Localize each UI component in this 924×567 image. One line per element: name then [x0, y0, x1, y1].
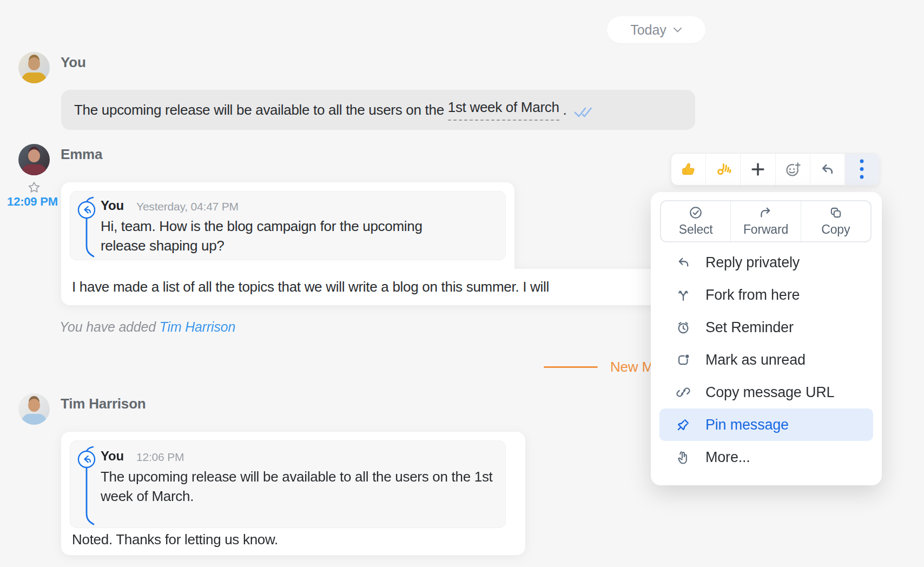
- avatar[interactable]: [18, 52, 50, 83]
- reply-button[interactable]: [810, 154, 845, 185]
- reply-quote-icon: [76, 196, 97, 258]
- menu-item-label: Copy message URL: [705, 384, 834, 401]
- avatar-silhouette: [28, 57, 40, 70]
- message-context-menu: Select Forward Copy Reply privatel: [651, 192, 882, 485]
- avatar-silhouette: [22, 164, 47, 175]
- system-message: You have added Tim Harrison: [60, 319, 235, 335]
- menu-item-label: More...: [705, 449, 750, 466]
- read-receipt-double-check-icon: [574, 106, 593, 118]
- context-menu-quick-actions: Select Forward Copy: [660, 200, 872, 242]
- reply-quote-icon: [76, 445, 97, 525]
- message-bubble-you[interactable]: The upcoming release will be available t…: [61, 90, 695, 130]
- forward-arrow-icon: [758, 206, 773, 220]
- new-messages-divider-line: [544, 366, 598, 368]
- message-timestamp: 12:09 PM: [2, 195, 63, 209]
- quote-timestamp: Yesterday, 04:47 PM: [136, 200, 239, 213]
- menu-item-set-reminder[interactable]: Set Reminder: [659, 311, 873, 344]
- message-text: .: [559, 102, 567, 118]
- more-vertical-dots-icon: [859, 159, 864, 180]
- menu-item-label: Set Reminder: [705, 319, 794, 336]
- context-menu-items: Reply privately Fork from here: [651, 246, 882, 473]
- quote-text: The upcoming release will be available t…: [101, 467, 509, 506]
- menu-item-label: Fork from here: [705, 287, 800, 304]
- menu-item-more[interactable]: More...: [659, 441, 873, 473]
- date-divider-today[interactable]: Today: [607, 16, 705, 43]
- avatar[interactable]: [18, 393, 50, 425]
- avatar-silhouette: [22, 414, 47, 425]
- copy-squares-icon: [829, 206, 843, 220]
- avatar-silhouette: [28, 399, 40, 412]
- message-text: The upcoming release will be available t…: [74, 102, 448, 118]
- system-message-user-link[interactable]: Tim Harrison: [160, 319, 235, 334]
- reply-arrow-icon: [819, 161, 835, 177]
- link-icon: [676, 385, 691, 400]
- thumbs-up-reaction-button[interactable]: [671, 154, 706, 185]
- reply-arrow-icon: [676, 255, 691, 270]
- menu-item-copy-message-url[interactable]: Copy message URL: [659, 376, 873, 408]
- quote-sender: You: [101, 198, 124, 213]
- fork-icon: [676, 287, 691, 302]
- quoted-message[interactable]: You 12:06 PM The upcoming release will b…: [70, 440, 506, 528]
- date-divider-label: Today: [630, 22, 666, 38]
- quote-sender: You: [101, 449, 124, 464]
- forward-label: Forward: [743, 222, 788, 237]
- menu-item-reply-privately[interactable]: Reply privately: [659, 246, 873, 279]
- ok-hand-reaction-button[interactable]: [706, 154, 741, 185]
- more-options-button[interactable]: [845, 154, 879, 185]
- menu-item-label: Reply privately: [705, 254, 800, 271]
- menu-item-mark-as-unread[interactable]: Mark as unread: [659, 344, 873, 376]
- message-hover-toolbar: [671, 153, 880, 186]
- system-message-text: You have added: [60, 319, 160, 334]
- copy-label: Copy: [821, 222, 850, 237]
- add-reaction-button[interactable]: [776, 154, 810, 185]
- unread-badge-icon: [676, 352, 691, 367]
- quoted-message[interactable]: You Yesterday, 04:47 PM Hi, team. How is…: [70, 191, 506, 260]
- avatar-silhouette: [28, 149, 40, 162]
- message-text-highlight[interactable]: 1st week of March: [448, 99, 559, 121]
- plus-icon: [750, 162, 765, 177]
- add-reaction-smiley-icon: [784, 161, 801, 178]
- forward-button[interactable]: Forward: [731, 201, 801, 241]
- tap-hand-icon: [676, 450, 691, 465]
- sender-name-emma: Emma: [61, 146, 102, 163]
- quote-timestamp: 12:06 PM: [136, 451, 184, 464]
- ok-hand-emoji-icon: [715, 161, 731, 177]
- avatar-silhouette: [22, 72, 47, 83]
- avatar[interactable]: [18, 144, 50, 175]
- message-card-tim-body: You 12:06 PM The upcoming release will b…: [61, 432, 525, 555]
- sender-name-tim: Tim Harrison: [61, 395, 146, 412]
- message-text: Noted. Thanks for letting us know.: [72, 531, 278, 548]
- pin-icon: [676, 417, 691, 432]
- copy-button[interactable]: Copy: [801, 201, 870, 241]
- add-quick-reaction-button[interactable]: [741, 154, 775, 185]
- sender-name-you: You: [61, 54, 86, 71]
- quote-text: Hi, team. How is the blog campaign for t…: [101, 216, 455, 255]
- select-button[interactable]: Select: [661, 201, 731, 241]
- star-icon[interactable]: [27, 180, 41, 194]
- message-card-emma-quote-section: You Yesterday, 04:47 PM Hi, team. How is…: [61, 182, 514, 269]
- menu-item-pin-message[interactable]: Pin message: [659, 408, 873, 441]
- chevron-down-icon: [673, 27, 682, 33]
- thumbs-up-emoji-icon: [681, 161, 697, 177]
- menu-item-label: Pin message: [705, 417, 789, 433]
- menu-item-fork-from-here[interactable]: Fork from here: [659, 279, 873, 311]
- select-circle-check-icon: [689, 206, 703, 220]
- chat-window: Today You The upcoming release will be a…: [0, 0, 924, 567]
- alarm-clock-icon: [676, 320, 691, 335]
- menu-item-label: Mark as unread: [705, 352, 806, 368]
- select-label: Select: [679, 222, 713, 237]
